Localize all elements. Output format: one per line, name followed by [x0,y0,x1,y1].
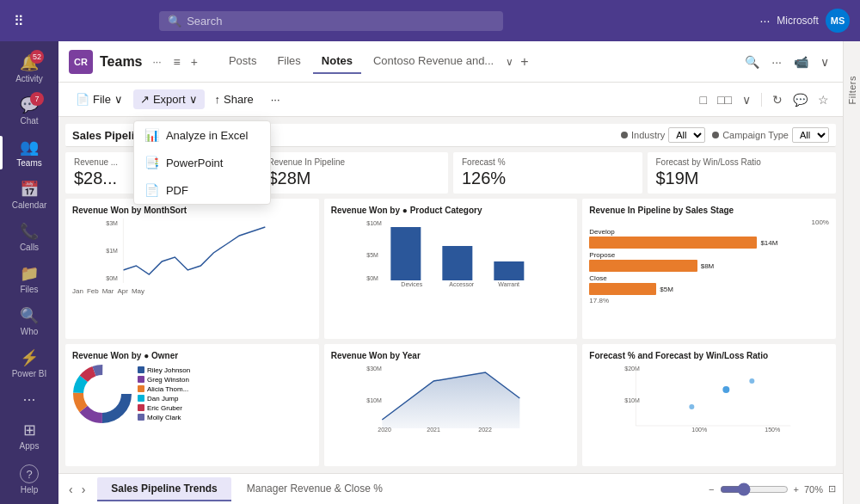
export-excel-label: Analyze in Excel [166,129,248,142]
view-fit-icon[interactable]: □ [697,89,710,110]
develop-label: Develop [589,228,829,236]
search-box[interactable]: 🔍 [159,11,503,31]
industry-select[interactable]: All [668,127,705,143]
scatter-chart-svg: $20M $10M 150% 100% [589,364,829,433]
legend-alicia-label: Alicia Thom... [147,385,188,393]
sidebar-item-apps[interactable]: ⊞ Apps [0,415,58,456]
channel-search-icon[interactable]: 🔍 [741,52,763,72]
who-icon: 🔍 [20,306,39,325]
comment-icon[interactable]: 💬 [789,89,811,110]
sidebar-item-calls[interactable]: 📞 Calls [0,217,58,257]
kpi-pipeline-value: $28M [268,169,440,188]
channel-more-icon[interactable]: ··· [768,52,785,72]
channel-video-icon[interactable]: 📹 [790,52,812,72]
zoom-plus-icon[interactable]: + [794,484,799,495]
legend-alicia: Alicia Thom... [138,385,190,393]
activity-badge: 52 [30,50,44,64]
sidebar-item-chat[interactable]: 💬 7 Chat [0,90,58,131]
sidebar-item-files[interactable]: 📁 Files [0,259,58,299]
search-icon: 🔍 [168,15,181,28]
kpi-pipeline-label: Revenue In Pipeline [268,157,440,167]
report-toolbar-right: □ □□ ∨ ↻ 💬 ☆ [697,89,832,110]
team-list-icon[interactable]: ≡ [174,55,181,69]
svg-point-19 [87,378,118,409]
propose-label: Propose [589,251,829,259]
line-chart-svg: $3M $1M $0M [72,218,312,287]
sidebar-label-calls: Calls [20,243,39,252]
file-label: File [93,93,111,106]
channel-chevron-icon[interactable]: ∨ [817,52,832,72]
legend-riley: Riley Johnson [138,366,190,374]
close-label: Close [589,274,829,282]
nav-files[interactable]: Files [268,49,309,74]
team-name: Teams [100,54,143,70]
kpi-forecast-ratio: Forecast by Win/Loss Ratio $19M [648,152,837,194]
files-icon: 📁 [20,264,39,283]
svg-text:150%: 150% [765,427,781,433]
file-chevron: ∨ [114,93,123,106]
grid-icon[interactable]: ⠿ [10,9,28,33]
nav-notes[interactable]: Notes [313,49,361,74]
propose-bar [589,260,697,272]
pipeline-close: Close $5M [589,274,829,295]
bottom-tabs: ‹ › Sales Pipeline Trends Manager Revenu… [58,473,843,504]
bookmark-icon[interactable]: ☆ [814,89,832,110]
svg-rect-9 [494,261,524,280]
tab-manager-revenue[interactable]: Manager Revenue & Close % [233,477,396,501]
file-button[interactable]: 📄 File ∨ [69,89,130,109]
export-powerpoint[interactable]: 📑 PowerPoint [134,149,270,176]
sidebar-item-activity[interactable]: 🔔 52 Activity [0,48,58,89]
donut-row: Riley Johnson Greg Winston Alicia Thom..… [72,364,312,424]
calendar-icon: 📅 [20,180,39,199]
toolbar-more-button[interactable]: ··· [264,89,287,109]
sidebar-item-who[interactable]: 🔍 Who [0,301,58,341]
svg-text:$0M: $0M [366,275,378,281]
zoom-slider[interactable] [720,482,789,496]
pdf-icon: 📄 [144,183,159,197]
zoom-fit-icon[interactable]: ⊡ [828,483,836,495]
sidebar-item-calendar[interactable]: 📅 Calendar [0,175,58,215]
top-bar-right: ··· Microsoft MS [760,9,850,33]
legend-greg-dot [138,376,144,383]
toolbar-sep [761,93,762,107]
view-chevron-icon[interactable]: ∨ [739,89,754,110]
bottom-nav: ‹ › [65,479,89,500]
share-button[interactable]: ↑ Share [208,89,261,109]
chart-pipeline-stage: Revenue In Pipeline by Sales Stage 100% … [582,199,836,339]
nav-posts[interactable]: Posts [220,49,266,74]
tab-sales-pipeline[interactable]: Sales Pipeline Trends [97,477,230,501]
filters-panel[interactable]: Filters [843,41,860,504]
zoom-minus-icon[interactable]: − [709,484,714,495]
tab-forward-icon[interactable]: › [78,479,89,500]
sidebar-item-help[interactable]: ? Help [0,459,58,500]
kpi-forecast-ratio-label: Forecast by Win/Loss Ratio [656,157,828,167]
channel-actions: 🔍 ··· 📹 ∨ [741,52,832,72]
search-input[interactable] [187,15,494,28]
view-split-icon[interactable]: □□ [714,89,735,110]
chart-revenue-year-title: Revenue Won by Year [331,351,571,360]
top-bar-more[interactable]: ··· [760,14,771,28]
export-dropdown-menu: 📊 Analyze in Excel 📑 PowerPoint 📄 PDF [133,120,271,205]
tab-back-icon[interactable]: ‹ [65,479,77,500]
sidebar-item-teams[interactable]: 👥 Teams [0,132,58,173]
nav-contoso-chevron[interactable]: ∨ [506,56,513,68]
export-analyze-excel[interactable]: 📊 Analyze in Excel [134,121,270,149]
export-button[interactable]: ↗ Export ∨ [133,89,205,109]
sidebar-label-chat: Chat [20,116,38,126]
export-pdf[interactable]: 📄 PDF [134,176,270,204]
microsoft-label: Microsoft [777,15,819,27]
ppt-icon: 📑 [144,156,159,169]
sidebar-item-more[interactable]: ··· [0,385,58,414]
chart-forecast-title: Forecast % and Forecast by Win/Loss Rati… [589,351,829,360]
filter-industry: Industry All [621,127,705,143]
nav-contoso[interactable]: Contoso Revenue and... [365,49,502,74]
refresh-icon[interactable]: ↻ [769,89,786,110]
campaign-select[interactable]: All [792,127,829,143]
pipeline-develop: Develop $14M [589,228,829,249]
sidebar-item-powerbi[interactable]: ⚡ Power BI [0,343,58,384]
team-more-dots[interactable]: ··· [153,56,162,68]
avatar[interactable]: MS [826,9,850,33]
legend-molly-label: Molly Clark [147,414,181,421]
nav-add[interactable]: + [520,54,528,70]
team-add-icon[interactable]: + [191,55,198,69]
